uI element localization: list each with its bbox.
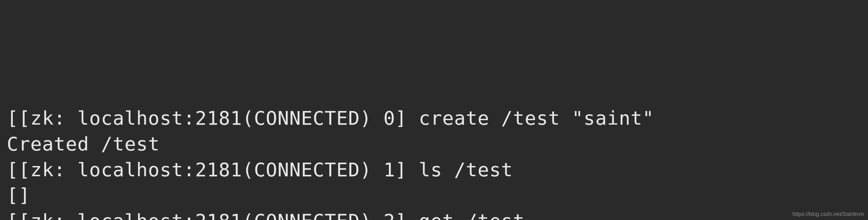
prompt: [[zk: localhost:2181(CONNECTED) 1] <box>7 159 419 181</box>
command: ls /test <box>419 159 513 181</box>
terminal-output[interactable]: [[zk: localhost:2181(CONNECTED) 0] creat… <box>7 105 861 220</box>
terminal-line: [[zk: localhost:2181(CONNECTED) 0] creat… <box>7 105 861 131</box>
watermark: https://blog.csdn.net/Saintmm <box>792 210 864 218</box>
terminal-line: [[zk: localhost:2181(CONNECTED) 1] ls /t… <box>7 157 861 183</box>
output: Created /test <box>7 133 160 155</box>
prompt: [[zk: localhost:2181(CONNECTED) 0] <box>7 107 419 129</box>
terminal-line: Created /test <box>7 131 861 157</box>
terminal-line: [] <box>7 182 861 208</box>
output: [] <box>7 184 30 206</box>
command: get /test <box>419 210 525 220</box>
prompt: [[zk: localhost:2181(CONNECTED) 2] <box>7 210 419 220</box>
command: create /test "saint" <box>419 107 654 129</box>
terminal-line: [[zk: localhost:2181(CONNECTED) 2] get /… <box>7 208 861 220</box>
